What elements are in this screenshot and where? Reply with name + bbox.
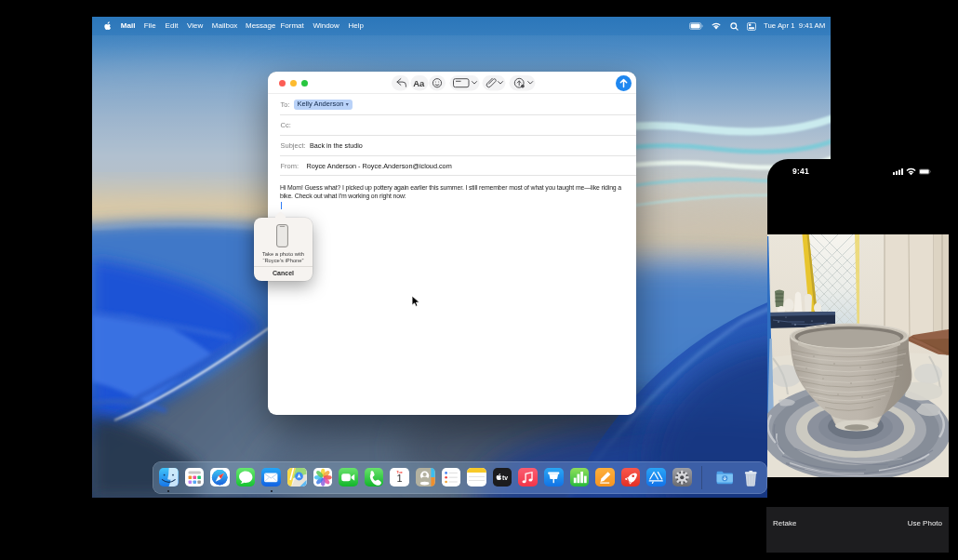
svg-text:Aa: Aa	[413, 78, 425, 88]
svg-text:tv: tv	[502, 474, 508, 481]
